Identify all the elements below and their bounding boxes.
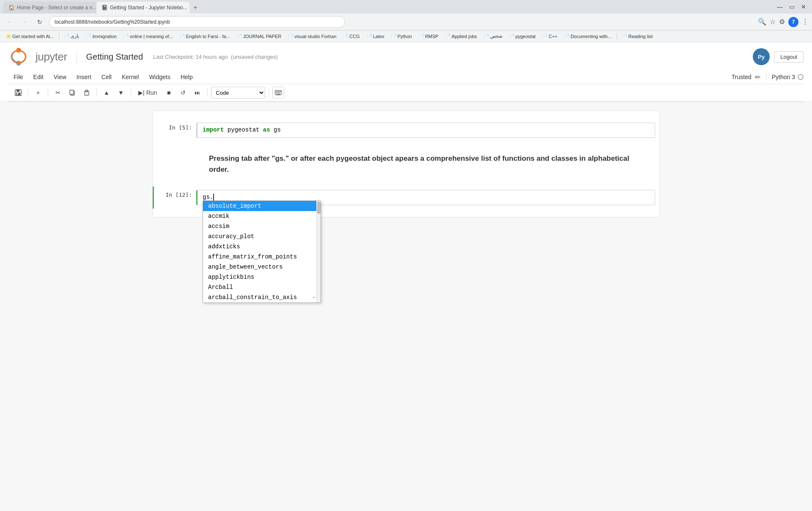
bookmark-documenting[interactable]: 📄 Documenting with...	[562, 33, 614, 40]
star-icon[interactable]: ☆	[770, 18, 776, 26]
autocomplete-item-4[interactable]: addxticks	[203, 242, 321, 252]
bookmark-python[interactable]: 📄 Python	[389, 33, 414, 40]
tab-2[interactable]: 📓 Getting Started - Jupyter Notebo... ✕	[96, 2, 189, 14]
keyboard-button[interactable]	[272, 87, 284, 99]
autocomplete-item-7[interactable]: applytickbins	[203, 272, 321, 282]
autocomplete-item-6[interactable]: angle_between_vectors	[203, 262, 321, 272]
bookmark-vscode[interactable]: 📄 visual studio Fortran	[285, 33, 339, 40]
bookmark-rmsp[interactable]: 📄 RMSP	[416, 33, 441, 40]
cell-3[interactable]: In [12]: gs. absolute_import accmik accs…	[153, 187, 659, 209]
menu-help[interactable]: Help	[176, 72, 198, 82]
autocomplete-item-8[interactable]: Arcball	[203, 282, 321, 292]
menu-insert[interactable]: Insert	[71, 72, 96, 82]
bookmark-journal[interactable]: 📄 JOURNAL PAPER	[234, 33, 284, 40]
move-down-button[interactable]: ▼	[115, 87, 127, 99]
python-logo: Py	[753, 48, 770, 65]
autocomplete-item-1[interactable]: accmik	[203, 211, 321, 221]
close-button[interactable]: ✕	[798, 2, 809, 12]
autocomplete-item-3[interactable]: accuracy_plot	[203, 231, 321, 242]
add-cell-button[interactable]: +	[32, 87, 44, 99]
menu-view[interactable]: View	[49, 72, 71, 82]
forward-button[interactable]: →	[19, 16, 30, 28]
autocomplete-scrollbar[interactable]	[316, 201, 321, 302]
cell-2-text: Pressing tab after "gs." or after each p…	[209, 153, 642, 175]
bookmark-icon-8: 📄	[367, 34, 372, 39]
bookmark-icon-1: 📄	[64, 34, 69, 39]
bookmark-icon-6: 📄	[288, 34, 293, 39]
zoom-icon[interactable]: 🔍	[758, 18, 766, 26]
reload-button[interactable]: ↻	[34, 16, 46, 28]
profile-icon[interactable]: 7	[788, 17, 798, 27]
autocomplete-scroll-thumb[interactable]	[317, 202, 321, 214]
restart-button[interactable]: ↺	[177, 87, 189, 99]
bookmark-get-started[interactable]: ⭐ Get started with Al...	[3, 33, 56, 40]
bookmark-online[interactable]: 📄 online | meaning of...	[121, 33, 176, 40]
bookmark-reading-list[interactable]: 📄 Reading list	[620, 33, 655, 40]
menu-icon[interactable]: ⋮	[802, 18, 809, 26]
menu-file[interactable]: File	[8, 72, 28, 82]
move-up-button[interactable]: ▲	[100, 87, 113, 99]
settings-icon[interactable]: ⚙	[779, 18, 785, 26]
bookmark-ccg[interactable]: 📄 CCG	[340, 33, 362, 40]
bookmark-icon-13: 📄	[509, 34, 514, 39]
tab-1[interactable]: 🏠 Home Page - Select or create a n... ✕	[3, 2, 96, 14]
autocomplete-dropdown[interactable]: absolute_import accmik accsim accuracy_p…	[203, 201, 321, 303]
bookmark-applied[interactable]: 📄 Applied jobs	[443, 33, 480, 40]
bookmark-cpp[interactable]: 📄 C++	[540, 33, 560, 40]
autocomplete-item-9[interactable]: arcball_constrain_to_axis ▸	[203, 292, 321, 302]
cell-1-code[interactable]: import pygeostat as gs	[196, 123, 655, 138]
bookmarks-bar: ⭐ Get started with Al... 📄 یاری 📄 Immigr…	[0, 30, 812, 42]
autocomplete-item-0[interactable]: absolute_import	[203, 201, 321, 211]
bookmark-latex[interactable]: 📄 Latex	[364, 33, 387, 40]
autocomplete-item-5[interactable]: affine_matrix_from_points	[203, 252, 321, 262]
bookmark-shakhes[interactable]: 📄 شخص	[481, 33, 505, 40]
svg-rect-20	[280, 93, 280, 93]
notebook-title[interactable]: Getting Started	[86, 52, 143, 62]
keyboard-icon	[275, 90, 282, 95]
bookmark-english-farsi[interactable]: 📄 English to Farsi - fa...	[177, 33, 233, 40]
cell-3-code[interactable]: gs. absolute_import accmik accsim accura…	[196, 190, 655, 205]
bookmark-immigration[interactable]: 📄 Immigration	[83, 33, 119, 40]
new-tab-button[interactable]: +	[189, 2, 201, 14]
bookmark-icon-7: 📄	[343, 34, 348, 39]
svg-text:Py: Py	[758, 54, 765, 60]
edit-icon[interactable]: ✏	[755, 73, 760, 81]
url-bar[interactable]: localhost:8888/notebooks/Getting%20Start…	[49, 16, 345, 28]
checkpoint-text: Last Checkpoint: 14 hours ago	[153, 54, 228, 60]
autocomplete-item-2[interactable]: accsim	[203, 221, 321, 231]
stop-button[interactable]: ■	[162, 87, 175, 99]
cell-2-spacer	[158, 145, 196, 146]
bookmark-label-9: Python	[398, 34, 412, 39]
copy-cell-button[interactable]	[66, 87, 79, 99]
bookmark-yari[interactable]: 📄 یاری	[62, 33, 82, 40]
run-button[interactable]: ▶| Run	[134, 87, 161, 99]
bookmark-icon-10: 📄	[419, 34, 424, 39]
logout-button[interactable]: Logout	[774, 51, 804, 63]
paste-cell-button[interactable]	[80, 87, 93, 99]
run-label: Run	[146, 89, 157, 96]
menu-widgets[interactable]: Widgets	[144, 72, 176, 82]
menu-kernel[interactable]: Kernel	[117, 72, 144, 82]
cell-type-select[interactable]: Code Markdown Raw NBConvert	[211, 87, 265, 99]
bookmark-label-4: English to Farsi - fa...	[186, 34, 230, 39]
maximize-button[interactable]: ▭	[787, 2, 797, 12]
cell-3-code-text: gs.	[203, 194, 213, 201]
svg-rect-16	[280, 91, 281, 92]
jupyter-header: jupyter Getting Started Last Checkpoint:…	[0, 42, 812, 102]
save-button[interactable]	[12, 87, 25, 99]
bookmark-pygeostat[interactable]: 📄 pygeostat	[507, 33, 538, 40]
paste-icon	[84, 90, 90, 96]
bookmark-icon-14: 📄	[542, 34, 547, 39]
checkpoint-info: Last Checkpoint: 14 hours ago (unsaved c…	[153, 54, 278, 60]
cell-1[interactable]: In [5]: import pygeostat as gs	[153, 119, 659, 141]
bookmark-label-6: visual studio Fortran	[294, 34, 336, 39]
menu-cell[interactable]: Cell	[96, 72, 117, 82]
back-button[interactable]: ←	[3, 16, 15, 28]
cut-cell-button[interactable]: ✂	[52, 87, 64, 99]
menu-edit[interactable]: Edit	[28, 72, 49, 82]
minimize-button[interactable]: —	[775, 2, 785, 12]
tab-2-favicon: 📓	[102, 5, 107, 11]
code-keyword-as: as	[263, 126, 270, 133]
autocomplete-scrollbar-indicator: ▸	[313, 295, 315, 300]
restart-run-button[interactable]: ⏭	[191, 87, 204, 99]
